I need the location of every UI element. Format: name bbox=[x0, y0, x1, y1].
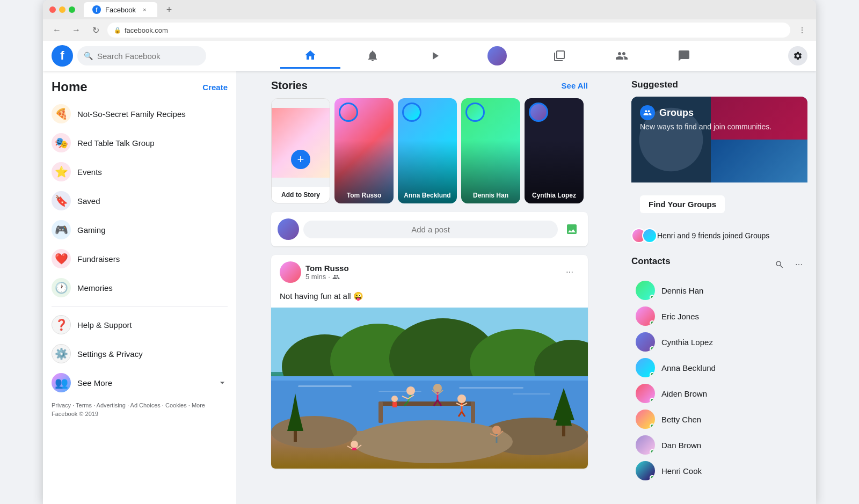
browser-menu-button[interactable]: ⋮ bbox=[795, 23, 810, 38]
maximize-dot[interactable] bbox=[69, 6, 75, 13]
contact-avatar-dan bbox=[636, 435, 655, 455]
contact-name-aiden: Aiden Brown bbox=[661, 389, 707, 398]
contact-avatar-eric bbox=[636, 306, 655, 326]
svg-point-23 bbox=[433, 384, 442, 392]
feed-post-tom: Tom Russo 5 mins · ⋯ Not having fun at a… bbox=[271, 255, 588, 469]
contact-dennis-han[interactable]: Dennis Han bbox=[631, 277, 807, 303]
post-author-name[interactable]: Tom Russo bbox=[305, 264, 556, 273]
groups-card[interactable]: Groups New ways to find and join communi… bbox=[631, 97, 807, 222]
new-tab-button[interactable]: + bbox=[162, 2, 177, 17]
groups-overlay-text: Groups New ways to find and join communi… bbox=[640, 105, 771, 131]
sidebar-item-events[interactable]: ⭐ Events bbox=[47, 158, 232, 186]
tab-title: Facebook bbox=[105, 6, 136, 14]
contact-avatar-anna bbox=[636, 358, 655, 377]
top-navigation: f 🔍 bbox=[43, 41, 816, 71]
contact-name-dan: Dan Brown bbox=[661, 441, 701, 450]
facebook-logo[interactable]: f bbox=[52, 45, 73, 67]
tab-favicon: f bbox=[92, 5, 101, 14]
sidebar-item-gaming[interactable]: 🎮 Gaming bbox=[47, 216, 232, 244]
nav-home[interactable] bbox=[280, 43, 340, 69]
sidebar-item-saved[interactable]: 🔖 Saved bbox=[47, 187, 232, 215]
post-options-button[interactable]: ⋯ bbox=[560, 262, 579, 282]
sidebar-item-see-more[interactable]: 👥 See More bbox=[47, 369, 232, 397]
footer-cookies[interactable]: Cookies bbox=[165, 402, 187, 408]
contact-cynthia-lopez[interactable]: Cynthia Lopez bbox=[631, 329, 807, 355]
footer-terms[interactable]: Terms bbox=[76, 402, 92, 408]
contact-avatar-henri bbox=[636, 461, 655, 480]
contact-betty-chen[interactable]: Betty Chen bbox=[631, 406, 807, 432]
refresh-button[interactable]: ↻ bbox=[88, 23, 103, 38]
nav-right bbox=[788, 46, 807, 65]
search-bar[interactable]: 🔍 bbox=[77, 46, 206, 65]
post-image-button[interactable] bbox=[562, 220, 581, 239]
lake-svg bbox=[271, 308, 588, 469]
address-bar[interactable]: 🔒 facebook.com bbox=[107, 23, 790, 38]
story-anna[interactable]: Anna Becklund bbox=[398, 98, 457, 203]
minimize-dot[interactable] bbox=[59, 6, 65, 13]
contacts-search-button[interactable] bbox=[771, 256, 788, 273]
svg-rect-44 bbox=[562, 426, 565, 436]
footer-more[interactable]: More bbox=[192, 402, 205, 408]
contact-avatar-dennis bbox=[636, 281, 655, 300]
post-input[interactable] bbox=[303, 221, 558, 238]
nav-messenger[interactable] bbox=[654, 43, 714, 69]
contact-aiden-brown[interactable]: Aiden Brown bbox=[631, 381, 807, 406]
story-avatar-anna bbox=[402, 103, 421, 122]
story-add[interactable]: + Add to Story bbox=[271, 98, 330, 203]
family-recipes-icon: 🍕 bbox=[52, 104, 71, 123]
nav-marketplace[interactable] bbox=[529, 43, 589, 69]
right-sidebar: Suggested bbox=[623, 71, 816, 504]
settings-button[interactable] bbox=[788, 46, 807, 65]
story-tom[interactable]: Tom Russo bbox=[334, 98, 394, 203]
close-dot[interactable] bbox=[49, 6, 56, 13]
sidebar-item-help[interactable]: ❓ Help & Support bbox=[47, 311, 232, 339]
contact-dan-brown[interactable]: Dan Brown bbox=[631, 432, 807, 458]
sidebar-item-memories[interactable]: 🕐 Memories bbox=[47, 274, 232, 302]
contact-anna-becklund[interactable]: Anna Becklund bbox=[631, 355, 807, 381]
contact-henri-cook[interactable]: Henri Cook bbox=[631, 458, 807, 484]
stories-title: Stories bbox=[271, 79, 308, 92]
see-more-icon: 👥 bbox=[52, 373, 71, 392]
footer-advertising[interactable]: Advertising bbox=[97, 402, 126, 408]
svg-rect-8 bbox=[298, 385, 352, 387]
nav-profile[interactable] bbox=[467, 43, 527, 69]
joined-text: Henri and 9 friends joined Groups bbox=[657, 231, 769, 240]
stories-section: Stories See All + Add to Story bbox=[271, 79, 588, 203]
search-input[interactable] bbox=[97, 52, 194, 61]
sidebar-label-red-table: Red Table Talk Group bbox=[77, 138, 155, 148]
suggested-section: Suggested bbox=[631, 79, 807, 243]
nav-groups[interactable] bbox=[592, 43, 652, 69]
story-dennis[interactable]: Dennis Han bbox=[461, 98, 520, 203]
find-groups-button[interactable]: Find Your Groups bbox=[640, 195, 725, 213]
sidebar-item-fundraisers[interactable]: ❤️ Fundraisers bbox=[47, 245, 232, 273]
back-button[interactable]: ← bbox=[49, 23, 64, 38]
footer-adchoices[interactable]: Ad Choices bbox=[130, 402, 161, 408]
forward-button[interactable]: → bbox=[69, 23, 84, 38]
story-avatar-tom bbox=[339, 103, 358, 122]
see-all-button[interactable]: See All bbox=[562, 81, 588, 90]
groups-title: Groups bbox=[659, 107, 694, 119]
svg-rect-17 bbox=[471, 401, 475, 423]
fundraisers-icon: ❤️ bbox=[52, 249, 71, 268]
sidebar-label-saved: Saved bbox=[77, 196, 100, 206]
story-cynthia[interactable]: Cynthia Lopez bbox=[525, 98, 584, 203]
sidebar-label-see-more: See More bbox=[77, 378, 112, 388]
contact-avatar-cynthia bbox=[636, 332, 655, 352]
sidebar-item-red-table[interactable]: 🎭 Red Table Talk Group bbox=[47, 129, 232, 157]
footer-privacy[interactable]: Privacy bbox=[52, 402, 71, 408]
svg-point-45 bbox=[391, 396, 398, 402]
contacts-section: Contacts ⋯ Dennis Han bbox=[631, 256, 807, 484]
contact-eric-jones[interactable]: Eric Jones bbox=[631, 303, 807, 329]
memories-icon: 🕐 bbox=[52, 278, 71, 297]
sidebar-item-settings[interactable]: ⚙️ Settings & Privacy bbox=[47, 340, 232, 368]
nav-notifications[interactable] bbox=[343, 43, 403, 69]
groups-joined-info: Henri and 9 friends joined Groups bbox=[631, 222, 807, 243]
nav-watch[interactable] bbox=[405, 43, 465, 69]
post-image-lake[interactable] bbox=[271, 308, 588, 469]
tab-close-button[interactable]: × bbox=[140, 5, 149, 14]
svg-point-29 bbox=[457, 395, 466, 403]
create-button[interactable]: Create bbox=[202, 83, 228, 92]
sidebar-item-family-recipes[interactable]: 🍕 Not-So-Secret Family Recipes bbox=[47, 100, 232, 128]
browser-tab[interactable]: f Facebook × bbox=[84, 2, 157, 17]
contacts-more-button[interactable]: ⋯ bbox=[790, 256, 807, 273]
